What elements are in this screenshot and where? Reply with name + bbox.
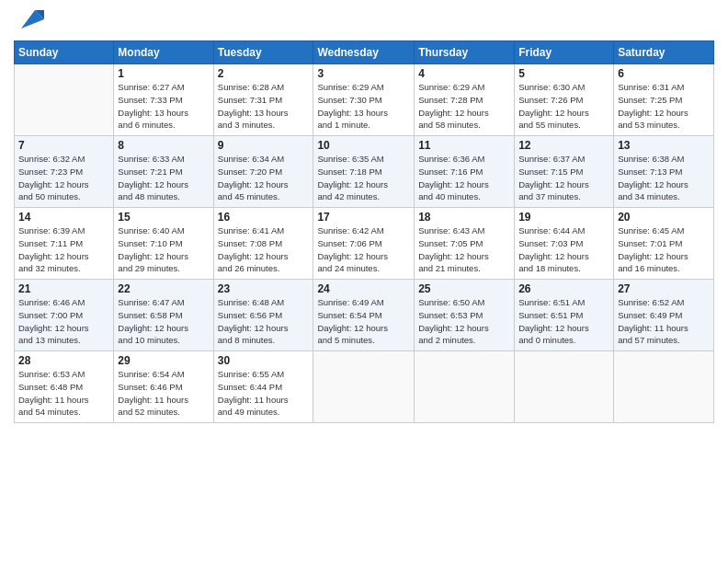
day-info: Sunrise: 6:53 AM Sunset: 6:48 PM Dayligh…	[18, 368, 109, 419]
day-info: Sunrise: 6:47 AM Sunset: 6:58 PM Dayligh…	[118, 296, 209, 347]
day-number: 27	[618, 282, 710, 295]
col-header-sunday: Sunday	[15, 41, 114, 64]
day-number: 23	[218, 282, 310, 295]
logo	[14, 13, 44, 33]
day-info: Sunrise: 6:55 AM Sunset: 6:44 PM Dayligh…	[218, 368, 310, 419]
day-info: Sunrise: 6:43 AM Sunset: 7:05 PM Dayligh…	[418, 224, 510, 275]
calendar-cell: 9Sunrise: 6:34 AM Sunset: 7:20 PM Daylig…	[213, 136, 313, 208]
day-info: Sunrise: 6:32 AM Sunset: 7:23 PM Dayligh…	[18, 153, 109, 203]
calendar-cell: 17Sunrise: 6:42 AM Sunset: 7:06 PM Dayli…	[313, 208, 415, 280]
day-info: Sunrise: 6:41 AM Sunset: 7:08 PM Dayligh…	[218, 224, 310, 275]
calendar-cell: 21Sunrise: 6:46 AM Sunset: 7:00 PM Dayli…	[15, 280, 114, 351]
col-header-friday: Friday	[515, 41, 614, 64]
day-number: 3	[317, 67, 410, 80]
day-info: Sunrise: 6:37 AM Sunset: 7:15 PM Dayligh…	[518, 153, 609, 203]
calendar-cell: 24Sunrise: 6:49 AM Sunset: 6:54 PM Dayli…	[313, 280, 415, 351]
calendar-cell: 29Sunrise: 6:54 AM Sunset: 6:46 PM Dayli…	[114, 351, 213, 423]
day-info: Sunrise: 6:29 AM Sunset: 7:28 PM Dayligh…	[418, 81, 510, 132]
day-number: 28	[18, 354, 109, 367]
calendar-cell: 25Sunrise: 6:50 AM Sunset: 6:53 PM Dayli…	[415, 280, 515, 351]
day-info: Sunrise: 6:31 AM Sunset: 7:25 PM Dayligh…	[618, 81, 710, 132]
page: SundayMondayTuesdayWednesdayThursdayFrid…	[0, 0, 728, 563]
calendar-cell: 22Sunrise: 6:47 AM Sunset: 6:58 PM Dayli…	[114, 280, 213, 351]
calendar-cell: 1Sunrise: 6:27 AM Sunset: 7:33 PM Daylig…	[114, 64, 213, 136]
calendar-cell: 6Sunrise: 6:31 AM Sunset: 7:25 PM Daylig…	[614, 64, 714, 136]
day-info: Sunrise: 6:34 AM Sunset: 7:20 PM Dayligh…	[218, 153, 310, 203]
day-number: 25	[418, 282, 510, 295]
header	[14, 9, 714, 33]
day-info: Sunrise: 6:39 AM Sunset: 7:11 PM Dayligh…	[18, 224, 109, 275]
calendar-cell: 19Sunrise: 6:44 AM Sunset: 7:03 PM Dayli…	[515, 208, 614, 280]
day-number: 12	[518, 139, 609, 152]
day-number: 10	[317, 139, 410, 152]
calendar-cell: 18Sunrise: 6:43 AM Sunset: 7:05 PM Dayli…	[415, 208, 515, 280]
day-number: 5	[518, 67, 609, 80]
col-header-tuesday: Tuesday	[213, 41, 313, 64]
day-info: Sunrise: 6:51 AM Sunset: 6:51 PM Dayligh…	[518, 296, 609, 347]
day-number: 2	[218, 67, 310, 80]
calendar-cell: 2Sunrise: 6:28 AM Sunset: 7:31 PM Daylig…	[213, 64, 313, 136]
calendar-cell: 15Sunrise: 6:40 AM Sunset: 7:10 PM Dayli…	[114, 208, 213, 280]
day-number: 29	[118, 354, 209, 367]
day-info: Sunrise: 6:40 AM Sunset: 7:10 PM Dayligh…	[118, 224, 209, 275]
day-number: 14	[18, 211, 109, 224]
day-info: Sunrise: 6:36 AM Sunset: 7:16 PM Dayligh…	[418, 153, 510, 203]
calendar-cell	[415, 351, 515, 423]
day-number: 6	[618, 67, 710, 80]
day-info: Sunrise: 6:30 AM Sunset: 7:26 PM Dayligh…	[518, 81, 609, 132]
day-number: 26	[518, 282, 609, 295]
col-header-monday: Monday	[114, 41, 213, 64]
day-info: Sunrise: 6:38 AM Sunset: 7:13 PM Dayligh…	[618, 153, 710, 203]
calendar-cell: 8Sunrise: 6:33 AM Sunset: 7:21 PM Daylig…	[114, 136, 213, 208]
day-number: 8	[118, 139, 209, 152]
calendar-cell: 11Sunrise: 6:36 AM Sunset: 7:16 PM Dayli…	[415, 136, 515, 208]
calendar-cell	[515, 351, 614, 423]
calendar-cell: 12Sunrise: 6:37 AM Sunset: 7:15 PM Dayli…	[515, 136, 614, 208]
day-info: Sunrise: 6:42 AM Sunset: 7:06 PM Dayligh…	[317, 224, 410, 275]
day-number: 16	[218, 211, 310, 224]
calendar-cell: 26Sunrise: 6:51 AM Sunset: 6:51 PM Dayli…	[515, 280, 614, 351]
day-number: 18	[418, 211, 510, 224]
calendar-cell: 4Sunrise: 6:29 AM Sunset: 7:28 PM Daylig…	[415, 64, 515, 136]
calendar-cell: 3Sunrise: 6:29 AM Sunset: 7:30 PM Daylig…	[313, 64, 415, 136]
calendar-cell: 10Sunrise: 6:35 AM Sunset: 7:18 PM Dayli…	[313, 136, 415, 208]
day-info: Sunrise: 6:52 AM Sunset: 6:49 PM Dayligh…	[618, 296, 710, 347]
logo-content	[14, 13, 44, 33]
day-number: 22	[118, 282, 209, 295]
day-number: 13	[618, 139, 710, 152]
day-number: 15	[118, 211, 209, 224]
day-info: Sunrise: 6:46 AM Sunset: 7:00 PM Dayligh…	[18, 296, 109, 347]
day-number: 30	[218, 354, 310, 367]
calendar-table: SundayMondayTuesdayWednesdayThursdayFrid…	[14, 40, 714, 423]
day-info: Sunrise: 6:49 AM Sunset: 6:54 PM Dayligh…	[317, 296, 410, 347]
calendar-cell: 23Sunrise: 6:48 AM Sunset: 6:56 PM Dayli…	[213, 280, 313, 351]
day-info: Sunrise: 6:35 AM Sunset: 7:18 PM Dayligh…	[317, 153, 410, 203]
day-info: Sunrise: 6:54 AM Sunset: 6:46 PM Dayligh…	[118, 368, 209, 419]
col-header-wednesday: Wednesday	[313, 41, 415, 64]
day-number: 17	[317, 211, 410, 224]
day-info: Sunrise: 6:45 AM Sunset: 7:01 PM Dayligh…	[618, 224, 710, 275]
day-info: Sunrise: 6:50 AM Sunset: 6:53 PM Dayligh…	[418, 296, 510, 347]
day-number: 24	[317, 282, 410, 295]
day-number: 20	[618, 211, 710, 224]
calendar-cell: 27Sunrise: 6:52 AM Sunset: 6:49 PM Dayli…	[614, 280, 714, 351]
day-number: 21	[18, 282, 109, 295]
calendar-cell: 5Sunrise: 6:30 AM Sunset: 7:26 PM Daylig…	[515, 64, 614, 136]
day-info: Sunrise: 6:28 AM Sunset: 7:31 PM Dayligh…	[218, 81, 310, 132]
day-number: 1	[118, 67, 209, 80]
calendar-cell: 14Sunrise: 6:39 AM Sunset: 7:11 PM Dayli…	[15, 208, 114, 280]
day-number: 7	[18, 139, 109, 152]
day-number: 11	[418, 139, 510, 152]
calendar-cell: 7Sunrise: 6:32 AM Sunset: 7:23 PM Daylig…	[15, 136, 114, 208]
calendar-cell: 30Sunrise: 6:55 AM Sunset: 6:44 PM Dayli…	[213, 351, 313, 423]
col-header-thursday: Thursday	[415, 41, 515, 64]
logo-icon	[17, 6, 44, 33]
day-number: 19	[518, 211, 609, 224]
day-number: 4	[418, 67, 510, 80]
day-info: Sunrise: 6:29 AM Sunset: 7:30 PM Dayligh…	[317, 81, 410, 132]
day-number: 9	[218, 139, 310, 152]
calendar-cell	[614, 351, 714, 423]
day-info: Sunrise: 6:44 AM Sunset: 7:03 PM Dayligh…	[518, 224, 609, 275]
calendar-cell: 16Sunrise: 6:41 AM Sunset: 7:08 PM Dayli…	[213, 208, 313, 280]
calendar-cell: 13Sunrise: 6:38 AM Sunset: 7:13 PM Dayli…	[614, 136, 714, 208]
